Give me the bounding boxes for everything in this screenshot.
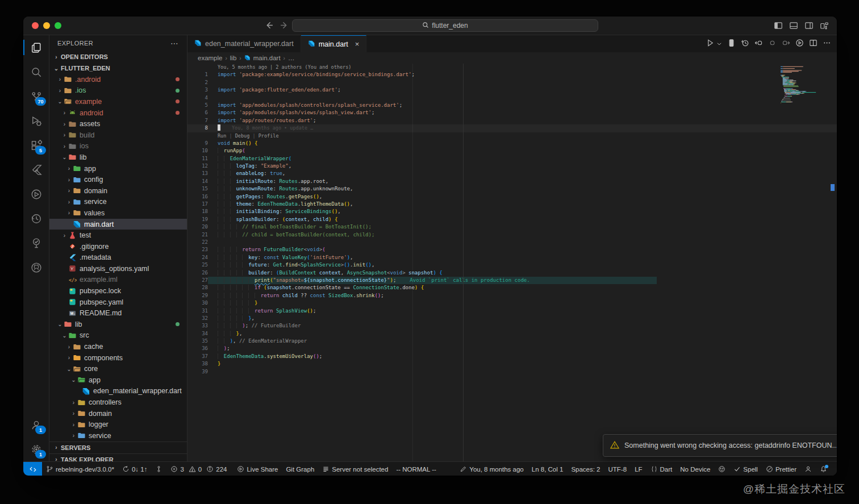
statusbar-vim-mode[interactable]: -- NORMAL --	[392, 462, 440, 476]
chevron-down-icon[interactable]: ⌄	[61, 332, 68, 339]
statusbar-notifications-bell[interactable]	[816, 462, 831, 476]
tree-item--android[interactable]: ›.android	[49, 74, 187, 85]
code-line-26[interactable]: 26 builder: (BuildContext context, Async…	[187, 269, 837, 277]
statusbar-remote-user[interactable]	[800, 462, 816, 476]
run-dropdown-chevron-icon[interactable]	[716, 39, 722, 49]
code-line-7[interactable]: 7import 'app/routes/routes.dart';	[187, 117, 837, 124]
minimize-window-button[interactable]	[43, 22, 50, 29]
code-line-10[interactable]: 10 runApp(	[187, 147, 837, 155]
codelens-debug[interactable]: Debug	[235, 133, 250, 139]
tree-item-core[interactable]: ⌄core	[49, 363, 187, 374]
activity-source-control-icon[interactable]: 70	[23, 84, 49, 109]
chevron-right-icon[interactable]: ›	[56, 76, 64, 82]
breadcrumb-item[interactable]: main.dart	[253, 55, 281, 61]
code-editor[interactable]: You, 5 months ago | 2 authors (You and o…	[187, 64, 837, 461]
history-back-icon[interactable]	[264, 20, 274, 30]
code-line-15[interactable]: 15 unknownRoute: Routes.app.unknownRoute…	[187, 185, 837, 193]
nav-location-icon[interactable]	[768, 39, 777, 49]
tree-item-domain[interactable]: ›domain	[49, 408, 187, 419]
code-line-4[interactable]: 4	[187, 94, 837, 102]
chevron-right-icon[interactable]: ›	[65, 199, 73, 205]
close-window-button[interactable]	[32, 22, 39, 29]
tree-item-example-iml[interactable]: </>example.iml	[49, 274, 187, 286]
breadcrumb-item[interactable]: example	[198, 55, 222, 61]
tree-item-config[interactable]: ›config	[49, 174, 187, 185]
codelens-profile[interactable]: Profile	[258, 133, 279, 139]
code-line-20[interactable]: 20 // final botToastBuilder = BotToastIn…	[187, 223, 837, 231]
code-line-2[interactable]: 2	[187, 79, 837, 86]
chevron-down-icon[interactable]: ⌄	[61, 154, 68, 160]
tree-item-src[interactable]: ⌄src	[49, 330, 187, 341]
statusbar-remote-indicator[interactable]	[23, 462, 42, 476]
chevron-down-icon[interactable]: ⌄	[56, 321, 64, 327]
tree-item-main-dart[interactable]: main.dart	[49, 219, 187, 230]
more-actions-icon[interactable]	[823, 39, 831, 49]
statusbar-eol[interactable]: LF	[631, 462, 646, 476]
tree-item-pubspec-yaml[interactable]: pubspec.yaml	[49, 297, 187, 308]
code-line-3[interactable]: 3import 'package:flutter_eden/eden.dart'…	[187, 86, 837, 94]
statusbar-blame[interactable]: You, 8 months ago	[456, 462, 527, 476]
chevron-right-icon[interactable]: ›	[65, 188, 73, 194]
code-line-24[interactable]: 24 key: const ValueKey('initFuture'),	[187, 254, 837, 261]
activity-settings-icon[interactable]: 1	[23, 437, 49, 461]
tree-item-test[interactable]: ›test	[49, 230, 187, 241]
tree-item-readme-md[interactable]: M↓README.md	[49, 307, 187, 319]
tree-item-analysis-options-yaml[interactable]: analysis_options.yaml	[49, 263, 187, 274]
chevron-right-icon[interactable]: ›	[56, 88, 64, 94]
activity-github-icon[interactable]	[23, 255, 49, 280]
activity-extensions-icon[interactable]: 5	[23, 133, 49, 157]
code-line-11[interactable]: 11 EdenMaterialWrapper(	[187, 155, 837, 163]
command-center-search[interactable]: flutter_eden	[292, 19, 598, 32]
chevron-right-icon[interactable]: ›	[65, 344, 73, 350]
notification-toast[interactable]: Something went wrong checking access: ge…	[603, 434, 837, 457]
statusbar-flutter-device[interactable]: No Device	[676, 462, 714, 476]
statusbar-indentation[interactable]: Spaces: 2	[567, 462, 604, 476]
statusbar-git-graph[interactable]: Git Graph	[282, 462, 318, 476]
tree-item-pubspec-lock[interactable]: pubspec.lock	[49, 285, 187, 297]
toggle-sidebar-icon[interactable]	[774, 21, 783, 32]
run-file-icon[interactable]	[795, 39, 804, 49]
code-line-6[interactable]: 6import 'app/modules/splash/views/splash…	[187, 109, 837, 116]
chevron-down-icon[interactable]: ⌄	[70, 377, 77, 383]
tab-eden-material-wrapper[interactable]: eden_material_wrapper.dart	[187, 35, 301, 52]
tree-item-example[interactable]: ⌄example	[49, 96, 187, 107]
section-open-editors[interactable]: › OPEN EDITORS	[49, 51, 187, 63]
breadcrumb-item[interactable]: lib	[230, 55, 237, 61]
code-line-21[interactable]: 21 // child = botToastBuilder(context, c…	[187, 231, 837, 239]
activity-run-and-debug-icon[interactable]	[23, 109, 49, 133]
code-line-29[interactable]: 29 return child ?? const SizedBox.shrink…	[187, 292, 837, 299]
chevron-right-icon[interactable]: ›	[70, 410, 77, 416]
device-icon[interactable]	[727, 39, 736, 49]
code-line-9[interactable]: 9void main() {	[187, 140, 837, 147]
nav-back-icon[interactable]	[754, 39, 763, 49]
chevron-down-icon[interactable]: ⌄	[65, 366, 73, 372]
code-line-8[interactable]: 8You, 8 months ago • update …	[187, 124, 837, 132]
code-line-17[interactable]: 17 theme: EdenThemeData.lightThemeData()…	[187, 201, 837, 208]
activity-flutter-icon[interactable]	[23, 157, 49, 182]
chevron-right-icon[interactable]: ›	[61, 121, 68, 127]
chevron-right-icon[interactable]: ›	[61, 143, 68, 149]
minimap[interactable]	[781, 65, 822, 109]
toggle-panel-icon[interactable]	[789, 21, 798, 32]
codelens-row[interactable]: Run | Debug | Profile	[187, 132, 837, 140]
statusbar-spell[interactable]: Spell	[729, 462, 762, 476]
code-line-39[interactable]: 39	[187, 368, 837, 376]
chevron-right-icon[interactable]: ›	[70, 432, 77, 439]
section-servers[interactable]: › SERVERS	[49, 441, 187, 453]
activity-explorer-icon[interactable]	[23, 35, 49, 60]
breadcrumb-item[interactable]: …	[288, 55, 295, 61]
toggle-secondary-sidebar-icon[interactable]	[804, 21, 814, 32]
activity-search-icon[interactable]	[23, 60, 49, 84]
tree-item-components[interactable]: ›components	[49, 352, 187, 364]
tree-item-eden-material-wrapper-dart[interactable]: eden_material_wrapper.dart	[49, 386, 187, 397]
code-line-1[interactable]: 1import 'package:example/service/binding…	[187, 71, 837, 78]
code-line-14[interactable]: 14 initialRoute: Routes.app.root,	[187, 178, 837, 185]
code-line-28[interactable]: 28 if (snapshot.connectionState == Conne…	[187, 284, 837, 291]
tree-item-assets[interactable]: ›assets	[49, 118, 187, 130]
statusbar-server[interactable]: Server not selected	[318, 462, 392, 476]
tree-item-service[interactable]: ›service	[49, 197, 187, 208]
tree-item--ios[interactable]: ›.ios	[49, 85, 187, 97]
section-task-explorer[interactable]: › TASK EXPLORER	[49, 453, 187, 461]
code-line-19[interactable]: 19 splashBuilder: (context, child) {	[187, 216, 837, 223]
statusbar-feedback[interactable]	[714, 462, 729, 476]
